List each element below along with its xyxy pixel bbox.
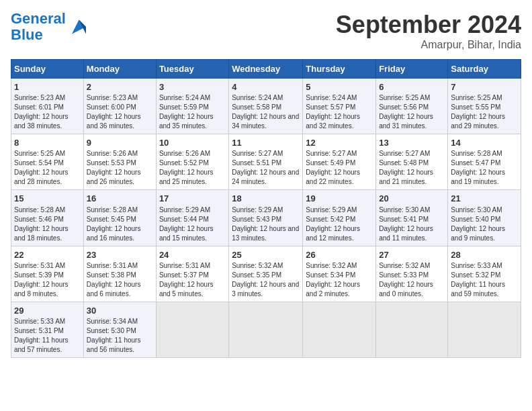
day-info: Sunset: 5:39 PM [14, 271, 81, 280]
page-header: General Blue September 2024 Amarpur, Bih… [11, 11, 521, 51]
calendar-cell: 16Sunrise: 5:28 AMSunset: 5:45 PMDayligh… [83, 190, 156, 246]
day-number: 7 [451, 81, 518, 93]
day-info: Sunset: 6:00 PM [87, 103, 153, 112]
col-monday: Monday [83, 60, 156, 79]
day-info: Sunrise: 5:24 AM [159, 93, 226, 103]
calendar-cell: 6Sunrise: 5:25 AMSunset: 5:56 PMDaylight… [376, 79, 448, 134]
calendar-cell [448, 302, 521, 357]
calendar-cell [376, 302, 448, 357]
day-info: Daylight: 11 hours and 57 minutes. [14, 336, 81, 355]
day-number: 10 [159, 137, 226, 149]
day-number: 30 [87, 305, 153, 317]
location: Amarpur, Bihar, India [336, 39, 521, 51]
day-info: Daylight: 12 hours and 9 minutes. [451, 224, 518, 243]
day-info: Sunset: 5:37 PM [159, 271, 226, 280]
day-info: Daylight: 12 hours and 22 minutes. [306, 168, 373, 187]
col-friday: Friday [376, 60, 448, 79]
day-number: 27 [379, 249, 445, 261]
day-info: Daylight: 12 hours and 6 minutes. [87, 280, 153, 299]
calendar-cell: 15Sunrise: 5:28 AMSunset: 5:46 PMDayligh… [11, 190, 84, 246]
day-info: Daylight: 12 hours and 18 minutes. [14, 224, 81, 243]
day-info: Sunrise: 5:31 AM [14, 261, 81, 271]
calendar-cell: 30Sunrise: 5:34 AMSunset: 5:30 PMDayligh… [83, 302, 156, 357]
day-info: Sunset: 5:32 PM [451, 271, 518, 280]
day-number: 11 [232, 137, 300, 149]
day-number: 29 [14, 305, 81, 317]
day-info: Sunset: 5:55 PM [451, 103, 518, 112]
calendar-cell: 29Sunrise: 5:33 AMSunset: 5:31 PMDayligh… [11, 302, 84, 357]
calendar-cell: 1Sunrise: 5:23 AMSunset: 6:01 PMDaylight… [11, 79, 84, 134]
day-info: Sunset: 5:59 PM [159, 103, 226, 112]
day-info: Sunset: 5:53 PM [87, 158, 153, 168]
calendar-cell: 12Sunrise: 5:27 AMSunset: 5:49 PMDayligh… [303, 134, 376, 190]
calendar-cell: 14Sunrise: 5:28 AMSunset: 5:47 PMDayligh… [448, 134, 521, 190]
calendar-cell: 9Sunrise: 5:26 AMSunset: 5:53 PMDaylight… [83, 134, 156, 190]
calendar-cell: 20Sunrise: 5:30 AMSunset: 5:41 PMDayligh… [376, 190, 448, 246]
day-number: 3 [159, 81, 226, 93]
day-info: Daylight: 12 hours and 19 minutes. [451, 168, 518, 187]
day-number: 18 [232, 193, 300, 205]
col-saturday: Saturday [448, 60, 521, 79]
day-info: Daylight: 12 hours and 34 minutes. [232, 112, 300, 131]
day-info: Daylight: 12 hours and 29 minutes. [451, 112, 518, 131]
calendar-cell: 7Sunrise: 5:25 AMSunset: 5:55 PMDaylight… [448, 79, 521, 134]
day-info: Daylight: 12 hours and 35 minutes. [159, 112, 226, 131]
day-info: Daylight: 11 hours and 59 minutes. [451, 280, 518, 299]
day-info: Daylight: 12 hours and 28 minutes. [14, 168, 81, 187]
day-info: Daylight: 12 hours and 2 minutes. [306, 280, 373, 299]
calendar-cell: 10Sunrise: 5:26 AMSunset: 5:52 PMDayligh… [156, 134, 228, 190]
day-info: Daylight: 12 hours and 11 minutes. [379, 224, 445, 243]
day-info: Sunrise: 5:31 AM [159, 261, 226, 271]
logo-line1: General [11, 10, 66, 27]
calendar-cell: 17Sunrise: 5:29 AMSunset: 5:44 PMDayligh… [156, 190, 228, 246]
day-info: Sunrise: 5:32 AM [232, 261, 300, 271]
calendar-table: Sunday Monday Tuesday Wednesday Thursday… [11, 59, 521, 358]
day-number: 25 [232, 249, 300, 261]
day-info: Daylight: 12 hours and 15 minutes. [159, 224, 226, 243]
day-info: Sunrise: 5:28 AM [451, 149, 518, 158]
day-info: Sunset: 5:45 PM [87, 215, 153, 224]
page-container: General Blue September 2024 Amarpur, Bih… [0, 0, 532, 363]
day-info: Sunrise: 5:28 AM [87, 205, 153, 215]
day-number: 1 [14, 81, 81, 93]
day-number: 15 [14, 193, 81, 205]
day-info: Daylight: 12 hours and 3 minutes. [232, 280, 300, 299]
calendar-week-1: 1Sunrise: 5:23 AMSunset: 6:01 PMDaylight… [11, 79, 521, 134]
logo: General Blue [11, 11, 86, 43]
day-info: Daylight: 12 hours and 36 minutes. [87, 112, 153, 131]
day-number: 22 [14, 249, 81, 261]
day-info: Daylight: 12 hours and 31 minutes. [379, 112, 445, 131]
day-number: 28 [451, 249, 518, 261]
calendar-week-3: 15Sunrise: 5:28 AMSunset: 5:46 PMDayligh… [11, 190, 521, 246]
day-info: Sunset: 5:40 PM [451, 215, 518, 224]
day-info: Sunset: 5:56 PM [379, 103, 445, 112]
day-info: Sunrise: 5:25 AM [451, 93, 518, 103]
day-info: Sunrise: 5:24 AM [232, 93, 300, 103]
day-info: Daylight: 12 hours and 24 minutes. [232, 168, 300, 187]
day-info: Sunrise: 5:29 AM [232, 205, 300, 215]
month-title: September 2024 [336, 11, 521, 39]
day-info: Daylight: 12 hours and 25 minutes. [159, 168, 226, 187]
calendar-cell [303, 302, 376, 357]
day-number: 21 [451, 193, 518, 205]
day-number: 19 [306, 193, 373, 205]
day-number: 24 [159, 249, 226, 261]
day-number: 9 [87, 137, 153, 149]
day-info: Sunset: 5:58 PM [232, 103, 300, 112]
day-info: Sunrise: 5:26 AM [159, 149, 226, 158]
day-info: Sunset: 5:54 PM [14, 158, 81, 168]
day-info: Sunrise: 5:27 AM [232, 149, 300, 158]
title-block: September 2024 Amarpur, Bihar, India [336, 11, 521, 51]
day-info: Sunset: 5:33 PM [379, 271, 445, 280]
day-info: Sunrise: 5:31 AM [87, 261, 153, 271]
day-info: Sunrise: 5:26 AM [87, 149, 153, 158]
day-info: Sunset: 5:34 PM [306, 271, 373, 280]
day-info: Sunrise: 5:32 AM [306, 261, 373, 271]
day-info: Daylight: 12 hours and 21 minutes. [379, 168, 445, 187]
calendar-cell: 26Sunrise: 5:32 AMSunset: 5:34 PMDayligh… [303, 246, 376, 302]
day-info: Sunset: 5:51 PM [232, 158, 300, 168]
day-number: 5 [306, 81, 373, 93]
day-info: Sunset: 5:52 PM [159, 158, 226, 168]
day-number: 6 [379, 81, 445, 93]
calendar-cell: 4Sunrise: 5:24 AMSunset: 5:58 PMDaylight… [229, 79, 303, 134]
